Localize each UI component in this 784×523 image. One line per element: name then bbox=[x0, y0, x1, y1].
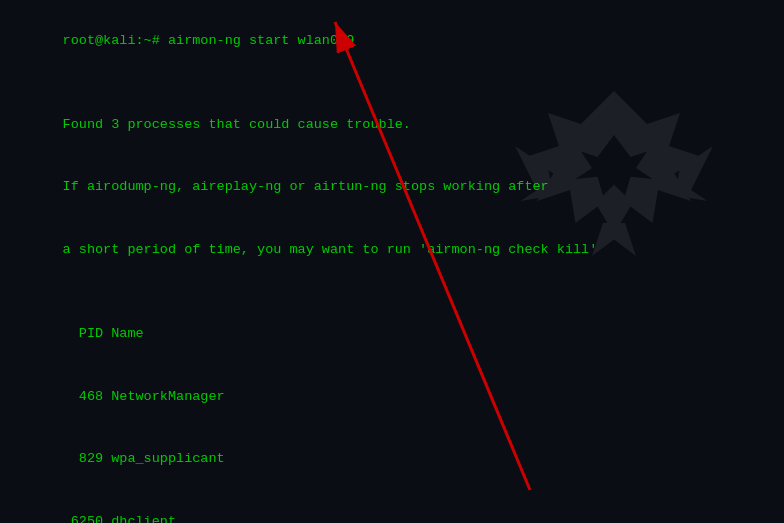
line-pid-1: 468 NetworkManager bbox=[14, 366, 770, 429]
line-pid-header: PID Name bbox=[14, 303, 770, 366]
line-4: If airodump-ng, aireplay-ng or airtun-ng… bbox=[14, 156, 770, 219]
terminal-content: root@kali:~# airmon-ng start wlan0 9 Fou… bbox=[14, 10, 770, 523]
line-pid-2: 829 wpa_supplicant bbox=[14, 428, 770, 491]
line-5: a short period of time, you may want to … bbox=[14, 219, 770, 282]
line-blank-2 bbox=[14, 282, 770, 303]
line-1: root@kali:~# airmon-ng start wlan0 9 bbox=[14, 10, 770, 73]
line-3: Found 3 processes that could cause troub… bbox=[14, 94, 770, 157]
line-pid-3: 6250 dhclient bbox=[14, 491, 770, 523]
terminal-window[interactable]: root@kali:~# airmon-ng start wlan0 9 Fou… bbox=[0, 0, 784, 523]
line-blank-1 bbox=[14, 73, 770, 94]
